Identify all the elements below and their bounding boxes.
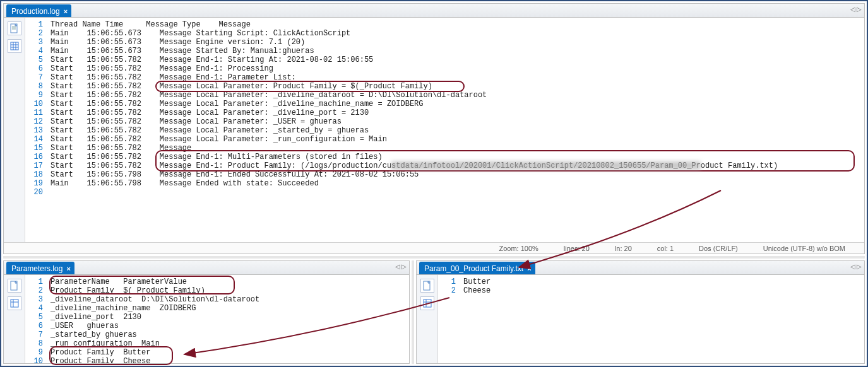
line-gutter: 1 2 3 4 5 6 7 8 9 10 11 12 13 14 15 16 1… xyxy=(25,18,47,242)
editor-iconbar xyxy=(4,18,25,242)
tab-next-icon[interactable]: ▷ xyxy=(401,263,407,270)
svg-rect-10 xyxy=(11,300,18,307)
tab-next-icon[interactable]: ▷ xyxy=(857,6,862,13)
tab-bar: Parameters.log × ◁ ▷ xyxy=(4,261,409,275)
tab-param-file[interactable]: Param_00_Product Family.txt × xyxy=(419,262,535,274)
tab-label: Parameters.log xyxy=(11,264,62,273)
tab-parameters-log[interactable]: Parameters.log × xyxy=(6,262,74,274)
code-area[interactable]: ParameterName ParameterValue Product Fam… xyxy=(47,275,409,363)
tab-next-icon[interactable]: ▷ xyxy=(857,263,862,270)
status-zoom: Zoom: 100% xyxy=(499,245,538,252)
status-lines: lines: 20 xyxy=(564,245,590,252)
status-eol: Dos (CR/LF) xyxy=(699,245,738,252)
status-enc: Unicode (UTF-8) w/o BOM xyxy=(763,245,845,252)
svg-rect-4 xyxy=(11,42,18,50)
editor-iconbar xyxy=(417,275,438,363)
splitter-vertical[interactable] xyxy=(412,260,414,364)
code-area[interactable]: Thread Name Time Message Type Message Ma… xyxy=(47,18,864,242)
editor-pane-production: Production.log × ◁ ▷ 1 2 3 4 5 6 7 8 9 1… xyxy=(3,3,865,254)
document-icon[interactable] xyxy=(420,279,434,293)
status-col: col: 1 xyxy=(657,245,674,252)
svg-rect-14 xyxy=(424,300,431,307)
table-icon[interactable] xyxy=(8,296,21,310)
code-area[interactable]: Butter Cheese xyxy=(460,275,864,363)
editor-pane-param-file: Param_00_Product Family.txt × ◁ ▷ 1 2 Bu… xyxy=(416,260,865,364)
table-icon[interactable] xyxy=(420,296,434,310)
close-icon[interactable]: × xyxy=(527,265,531,272)
document-icon[interactable] xyxy=(8,21,21,35)
tab-label: Production.log xyxy=(11,7,60,16)
table-icon[interactable] xyxy=(8,39,21,53)
editor-pane-parameters: Parameters.log × ◁ ▷ 1 2 3 4 5 6 7 8 9 1… xyxy=(3,260,410,364)
status-bar: Zoom: 100% lines: 20 ln: 20 col: 1 Dos (… xyxy=(4,242,864,253)
line-gutter: 1 2 xyxy=(438,275,460,363)
splitter-horizontal[interactable] xyxy=(3,256,865,259)
close-icon[interactable]: × xyxy=(64,8,68,15)
close-icon[interactable]: × xyxy=(66,265,70,272)
editor-iconbar xyxy=(4,275,25,363)
tab-bar: Production.log × ◁ ▷ xyxy=(4,4,864,18)
document-icon[interactable] xyxy=(8,279,21,293)
tab-production-log[interactable]: Production.log × xyxy=(6,4,71,17)
tab-prev-icon[interactable]: ◁ xyxy=(850,263,855,270)
status-ln: ln: 20 xyxy=(615,245,632,252)
tab-label: Param_00_Product Family.txt xyxy=(424,264,523,273)
tab-prev-icon[interactable]: ◁ xyxy=(395,263,400,270)
tab-bar: Param_00_Product Family.txt × ◁ ▷ xyxy=(417,261,864,275)
line-gutter: 1 2 3 4 5 6 7 8 9 10 11 xyxy=(25,275,47,363)
tab-prev-icon[interactable]: ◁ xyxy=(850,6,855,13)
